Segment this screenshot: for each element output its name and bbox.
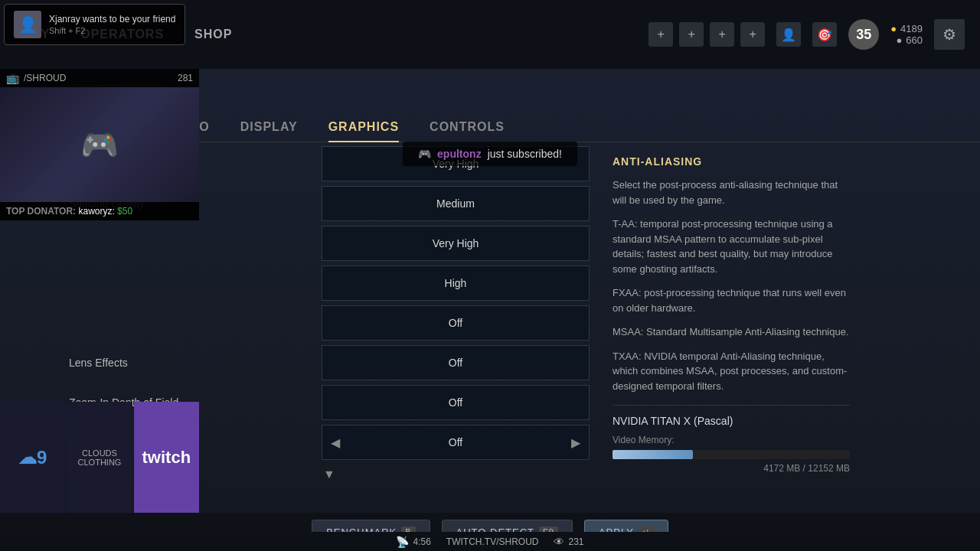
vram-bar-container (612, 450, 850, 459)
info-panel: ANTI-ALIASING Select the post-process an… (612, 146, 850, 529)
vram-total: 12152 (808, 463, 833, 474)
status-bar: 📡 4:56 TWITCH.TV/SHROUD 👁 231 (0, 532, 980, 551)
vram-values: 4172 MB / 12152 MB (612, 461, 850, 475)
setting-value-lens[interactable]: Off (322, 345, 590, 380)
setting-value-aa[interactable]: ◀ Off ▶ (322, 425, 590, 460)
top-donator-label: TOP DONATOR: (6, 206, 76, 217)
friend-shortcut: Shift + F2 (49, 26, 175, 35)
aa-arrow-right[interactable]: ▶ (567, 433, 585, 452)
settings-gear-icon[interactable]: ⚙ (934, 19, 965, 50)
cloud9-logo: ☁9 (18, 447, 47, 468)
info-text-2: T-AA: temporal post-processing technique… (612, 217, 850, 276)
info-text-5: TXAA: NVIDIA temporal Anti-Aliasing tech… (612, 349, 850, 394)
info-text-1: Select the post-process anti-aliasing te… (612, 178, 850, 207)
currency-display: ●4189 ●660 (890, 23, 923, 46)
status-channel: TWITCH.TV/SHROUD (446, 536, 539, 547)
vram-bar (612, 450, 693, 459)
gpu-name: NVIDIA TITAN X (Pascal) (612, 413, 850, 429)
silver-amount: 660 (906, 34, 923, 46)
tab-display[interactable]: DISPLAY (240, 112, 298, 142)
streamer-info: 📺 /SHROUD (6, 72, 66, 84)
streamer-overlay: 📺 /SHROUD 281 🎮 TOP DONATOR: kaworyz: $5… (0, 69, 199, 220)
setting-value-shading[interactable]: Medium (322, 186, 590, 221)
streamer-video: 🎮 (0, 87, 199, 202)
silver-icon: ● (896, 34, 902, 46)
ad-apparel: CLOUDSCLOTHING (67, 402, 132, 513)
ad-twitch: twitch (134, 402, 199, 513)
top-bar-right: 👤 🎯 35 ●4189 ●660 ⚙ (776, 19, 965, 50)
aa-value: Off (449, 436, 462, 448)
ad-apparel-text: CLOUDSCLOTHING (78, 448, 122, 467)
streamer-name: /SHROUD (24, 73, 66, 83)
setting-row-5: Off (61, 305, 590, 341)
info-panel-title: ANTI-ALIASING (612, 154, 850, 170)
setting-value-5[interactable]: Off (322, 305, 590, 341)
subscriber-name: epultonz (437, 148, 482, 160)
gold-icon: ● (890, 23, 897, 34)
status-time-value: 4:56 (413, 536, 430, 547)
streamer-placeholder: 🎮 (0, 87, 199, 202)
add-btn-4[interactable]: + (740, 22, 765, 47)
twitch-icon: 📺 (6, 72, 19, 84)
streamer-header: 📺 /SHROUD 281 (0, 69, 199, 87)
aa-arrow-left[interactable]: ◀ (326, 433, 345, 452)
subscribe-text: just subscribed! (488, 148, 562, 160)
add-btn-3[interactable]: + (710, 22, 734, 47)
gpu-info: NVIDIA TITAN X (Pascal) Video Memory: 41… (612, 405, 850, 475)
level-badge: 35 (848, 19, 879, 50)
nav-item-shop[interactable]: SHOP (194, 28, 232, 41)
friend-notif-text: Xjanray wants to be your friend (49, 14, 175, 24)
status-viewers: 👁 231 (554, 536, 583, 548)
clock-icon: 📡 (396, 536, 409, 548)
info-text-4: MSAA: Standard Multisample Anti-Aliasing… (612, 324, 850, 340)
setting-label-lens: Lens Effects (61, 357, 322, 369)
gold-amount: 4189 (900, 23, 923, 34)
setting-value-3[interactable]: Very High (322, 226, 590, 261)
status-time: 📡 4:56 (396, 536, 430, 548)
subscribe-notification: 🎮 epultonz just subscribed! (403, 142, 577, 166)
twitch-logo: twitch (142, 448, 191, 468)
viewer-count: 281 (178, 73, 193, 83)
vram-used: 4172 (763, 463, 784, 474)
top-donator-name: kaworyz: (78, 206, 114, 217)
vram-label: Video Memory: (612, 433, 850, 447)
top-donator: TOP DONATOR: kaworyz: $50 (0, 202, 199, 220)
profile-icon[interactable]: 👤 (776, 22, 801, 47)
setting-value-dof[interactable]: Off (322, 385, 590, 420)
tab-graphics[interactable]: GRAPHICS (328, 112, 399, 142)
ad-cloud9: ☁9 (0, 402, 65, 513)
ads-overlay: ☁9 CLOUDSCLOTHING twitch (0, 402, 199, 513)
friend-avatar: 👤 (14, 11, 41, 38)
channel-value: TWITCH.TV/SHROUD (446, 536, 539, 547)
viewer-icon: 👁 (554, 536, 564, 548)
add-btn-2[interactable]: + (679, 22, 704, 47)
add-btn-1[interactable]: + (648, 22, 673, 47)
scope-icon[interactable]: 🎯 (812, 22, 837, 47)
friend-notification: 👤 Xjanray wants to be your friend Shift … (4, 4, 185, 45)
friend-action: wants to be your friend (83, 14, 175, 24)
setting-row-lens: Lens Effects Off (61, 345, 590, 380)
setting-row-4: High (61, 266, 590, 301)
tab-controls[interactable]: CONTROLS (430, 112, 505, 142)
setting-value-4[interactable]: High (322, 266, 590, 301)
setting-row-3: Very High (61, 226, 590, 261)
viewer-value: 231 (568, 536, 583, 547)
top-donator-amount: $50 (117, 206, 132, 217)
friend-name: Xjanray (49, 14, 80, 24)
info-text-3: FXAA: post-processing technique that run… (612, 285, 850, 315)
